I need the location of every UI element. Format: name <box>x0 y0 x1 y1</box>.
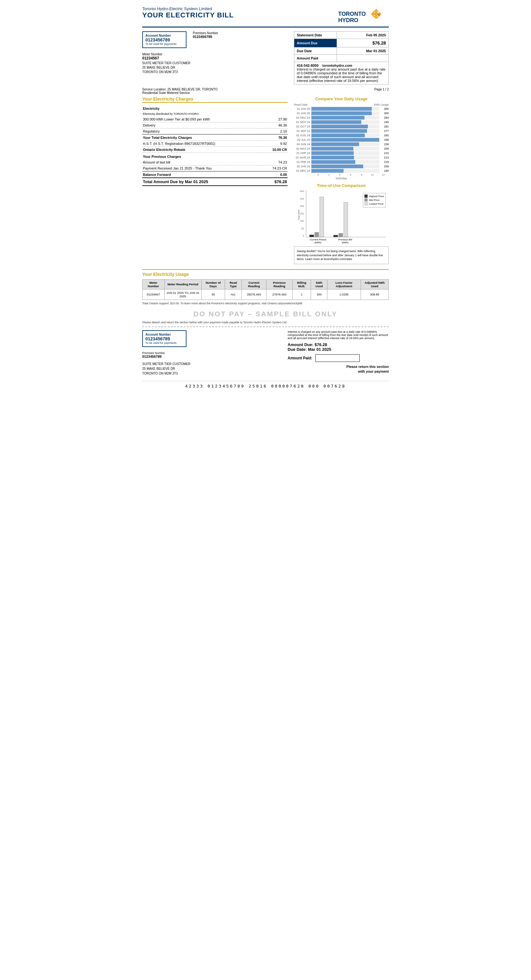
usage-table-header: Meter Number Meter Reading Period Number… <box>143 279 389 289</box>
bar-label: 01 DEC 23 <box>294 169 311 172</box>
usage-cell-9: 308.85 <box>361 289 388 299</box>
tou-bar-highest-current <box>309 235 314 237</box>
bar-row: 01 NOV 24249 <box>294 120 389 124</box>
main-content: Your Electricity Charges Electricity Ele… <box>142 97 389 264</box>
bar-row: 01 MAR 24213 <box>294 156 389 159</box>
electricity-sub: Electricity distributed by TORONTO HYDRO <box>142 111 288 116</box>
usage-cell-2: 30 <box>201 289 225 299</box>
tou-bar-mid-previous <box>339 233 343 237</box>
micr-line: 42333 0123456789 25016 000007628 000 007… <box>142 381 389 388</box>
bar-container <box>311 156 379 159</box>
prev-charges-label: Your Previous Charges <box>142 153 288 160</box>
bar-fill <box>311 142 359 146</box>
grand-total-value: $76.28 <box>262 178 288 186</box>
payment-account-box: Account Number 0123456789 To be used for… <box>142 330 187 347</box>
grand-total-label: Total Amount Due by Mar 01 2025 <box>142 178 262 186</box>
bar-value: 264 <box>379 116 389 119</box>
grand-total-row: Total Amount Due by Mar 01 2025 $76.28 <box>142 178 288 186</box>
bar-fill <box>311 160 355 164</box>
bar-fill <box>311 138 379 142</box>
lower-tier-value: 27.90 <box>262 116 288 123</box>
meter-section: Meter Number 01234567 SUITE METER TIER C… <box>142 52 288 74</box>
bar-value: 249 <box>379 121 389 124</box>
x-axis-label: kWh/day <box>294 177 389 180</box>
total-elec-label: Your Total Electricity Charges <box>142 134 262 141</box>
charges-column: Your Electricity Charges Electricity Ele… <box>142 97 288 264</box>
amount-paid-row: Amount Paid: <box>288 354 389 362</box>
bar-row: 04 JUN 24238 <box>294 142 389 146</box>
statement-date-row: Statement Date Feb 05 2025 <box>294 32 389 39</box>
due-date-label: Due Date <box>294 48 337 55</box>
col-previous: Previous Reading <box>266 279 293 289</box>
bar-value: 213 <box>379 156 389 159</box>
total-elec-row: Your Total Electricity Charges 76.36 <box>142 134 288 141</box>
hst-value: 9.92 <box>262 141 288 147</box>
bar-label: 02 MAY 24 <box>294 147 311 150</box>
usage-table: Meter Number Meter Reading Period Number… <box>142 279 389 300</box>
daily-usage-chart: Read Date kWh Usage 31 JAN 2530001 JAN 2… <box>294 103 389 180</box>
bar-label: 01 JAN 25 <box>294 112 311 115</box>
tou-x-label: Previous Bill (kWh) <box>336 238 354 244</box>
lower-tier-row: 300.000 kWh Lower Tier at $0.093 per kWh… <box>142 116 288 123</box>
payment-customer-name: SUITE METER TIER CUSTOMER <box>142 361 190 366</box>
website: torontohydro.com <box>322 64 352 67</box>
amount-due-row: Amount Due $76.28 <box>294 39 389 48</box>
watermark: DO NOT PAY – SAMPLE BILL ONLY <box>142 310 389 318</box>
balance-row: Balance Forward 0.00 <box>142 172 288 178</box>
meter-number: 01234567 <box>142 56 288 60</box>
bar-row: 02 JUL 24338 <box>294 138 389 142</box>
bar-row: 01 JAN 25300 <box>294 111 389 115</box>
amount-due-label: Amount Due <box>294 39 337 48</box>
amount-paid-input-box[interactable] <box>315 354 360 362</box>
bar-row: 01 DEC 23160 <box>294 169 389 173</box>
bar-label: 01 AUG 24 <box>294 134 311 137</box>
bar-row: 02 JAN 24258 <box>294 164 389 168</box>
last-bill-label: Amount of last bill <box>142 159 262 165</box>
bar-value: 265 <box>379 134 389 137</box>
account-used-for: To be used for payments <box>146 42 183 46</box>
charges-table: Electricity Electricity distributed by T… <box>142 105 288 186</box>
payment-address-line2: TORONTO ON M2M 3T3 <box>142 371 190 376</box>
hst-label: H.S.T. (H.S.T. Registration 896718327RT0… <box>142 141 262 147</box>
billing-table: Statement Date Feb 05 2025 Amount Due $7… <box>294 31 389 84</box>
usage-cell-0: 01234567 <box>143 289 165 299</box>
bar-container <box>311 142 379 146</box>
bar-value: 300 <box>379 107 389 110</box>
detach-text: Please detach and return the section bel… <box>142 321 389 324</box>
electricity-label: Electricity <box>142 105 262 111</box>
delivery-label: Delivery <box>142 123 262 129</box>
statement-date-label: Statement Date <box>294 32 337 39</box>
contact-row: 416-542-8000 torontohydro.com Interest i… <box>294 62 389 84</box>
ontario-rebate-label: Ontario Electricity Rebate <box>142 147 262 153</box>
bar-container <box>311 151 379 155</box>
billing-summary: Statement Date Feb 05 2025 Amount Due $7… <box>294 31 389 84</box>
col-adjusted: Adjusted kWh Used <box>361 279 388 289</box>
payment-left: Account Number 0123456789 To be used for… <box>142 330 281 376</box>
charts-column: Compare Your Daily Usage Read Date kWh U… <box>294 97 389 264</box>
payment-due-date: Due Date: Mar 01 2025 <box>288 347 389 352</box>
phone: 416-542-8000 <box>297 64 319 67</box>
svg-text:TORONTO: TORONTO <box>338 11 366 17</box>
tou-bar-mid-current <box>314 232 319 237</box>
electricity-usage-section: Your Electricity Usage Meter Number Mete… <box>142 269 389 305</box>
bar-label: 31 JAN 25 <box>294 107 311 110</box>
usage-cell-4: 28276.493 <box>241 289 266 299</box>
page-number: Page 1 / 2 <box>374 88 389 95</box>
service-location-left: Service Location: 25 MAKE BELIEVE DR, TO… <box>142 88 217 95</box>
interest-note: Interest is charged on any amount past d… <box>297 67 385 83</box>
bar-container <box>311 116 379 119</box>
customer-address: SUITE METER TIER CUSTOMER 25 MAKE BELIEV… <box>142 61 288 74</box>
payment-premises-number: 0123456789 <box>142 355 190 358</box>
bar-fill <box>311 134 365 137</box>
col-period: Meter Reading Period <box>164 279 201 289</box>
legend-item-highest: Highest Price <box>365 194 384 198</box>
bar-row: 31 JAN 25300 <box>294 107 389 111</box>
balance-value: 0.00 <box>262 172 288 178</box>
tou-legend: Highest PriceMid PriceLowest Price <box>363 193 385 207</box>
usage-cell-5: 27976.493 <box>266 289 293 299</box>
legend-item-lowest: Lowest Price <box>365 202 384 205</box>
usage-cell-3: Act. <box>225 289 241 299</box>
bar-label: 02 DEC 24 <box>294 116 311 119</box>
payment-premises: Premises Number 0123456789 <box>142 352 190 358</box>
total-elec-value: 76.36 <box>262 134 288 141</box>
